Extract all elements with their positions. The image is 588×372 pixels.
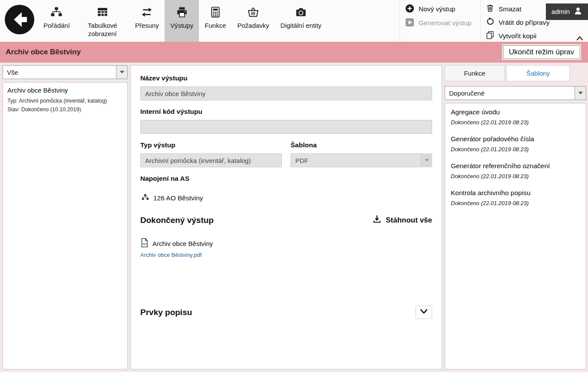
menu-item-funkce[interactable]: Funkce <box>199 0 231 42</box>
finished-output-heading: Dokončený výstup <box>140 216 214 225</box>
menu-item-vystupy[interactable]: Výstupy <box>165 0 199 42</box>
content-area: Vše Archiv obce Běstviny Typ: Archivní p… <box>0 63 588 372</box>
tab-funkce[interactable]: Funkce <box>445 65 505 81</box>
swap-arrows-icon <box>140 6 153 19</box>
templates-filter-select[interactable]: Doporučené <box>445 86 586 100</box>
as-link-text: 126 AO Běstviny <box>153 194 203 202</box>
output-name-label: Název výstupu <box>140 74 432 82</box>
download-all-button[interactable]: Stáhnout vše <box>373 215 432 226</box>
return-to-preparation-button[interactable]: Vrátit do přípravy <box>486 17 540 27</box>
as-link-item[interactable]: 126 AO Běstviny <box>140 194 432 203</box>
calculator-icon <box>210 6 221 19</box>
output-list-item[interactable]: Archiv obce Běstviny Typ: Archivní pomůc… <box>3 83 127 118</box>
sitemap-icon <box>142 194 149 203</box>
internal-code-label: Interní kód výstupu <box>140 108 432 116</box>
chevron-down-icon <box>420 308 428 317</box>
table-icon <box>96 6 109 19</box>
menu-item-label: Přesuny <box>135 22 159 30</box>
camera-icon <box>295 6 307 19</box>
generate-output-button[interactable]: Generovat výstup <box>405 18 475 28</box>
internal-code-input[interactable] <box>140 120 432 134</box>
template-select[interactable] <box>291 153 432 167</box>
output-state-line: Stav: Dokončeno (10.10.2019) <box>7 105 123 114</box>
function-list-item[interactable]: Agregace úvodu Dokončeno (22.01.2019 08:… <box>445 103 586 130</box>
toolbar-menu: Pořádání Tabulkové zobrazení Přesuny Výs… <box>38 0 327 42</box>
toolbar-collapse-button[interactable] <box>576 35 584 41</box>
as-link-label: Napojení na AS <box>140 175 432 183</box>
menu-item-digitalni-entity[interactable]: Digitální entity <box>275 0 327 42</box>
menu-item-pozadavky[interactable]: Požadavky <box>231 0 274 42</box>
main-toolbar: Pořádání Tabulkové zobrazení Přesuny Výs… <box>0 0 588 42</box>
template-select-value[interactable] <box>291 153 432 167</box>
menu-item-tabulkove-zobrazeni[interactable]: Tabulkové zobrazení <box>76 0 129 42</box>
menu-item-label: Tabulkové zobrazení <box>81 22 124 38</box>
finished-file-link[interactable]: Archiv obce Běstviny.pdf <box>140 252 202 258</box>
menu-item-label: Výstupy <box>170 22 193 30</box>
svg-text:PDF: PDF <box>142 243 147 246</box>
template-label: Šablona <box>291 141 432 149</box>
back-arrow-icon <box>4 29 35 37</box>
new-output-button[interactable]: Nový výstup <box>405 4 475 14</box>
action-label: Nový výstup <box>419 5 455 13</box>
function-name: Kontrola archivního popisu <box>451 189 580 197</box>
function-status: Dokončeno (22.01.2019 08:23) <box>451 173 580 179</box>
chevron-down-icon <box>421 153 432 167</box>
trash-icon <box>486 4 494 14</box>
outputs-list: Archiv obce Běstviny Typ: Archivní pomůc… <box>3 82 128 369</box>
function-status: Dokončeno (22.01.2019 08:23) <box>451 200 580 206</box>
outputs-filter-select[interactable]: Vše <box>3 65 128 79</box>
menu-item-label: Požadavky <box>237 22 269 30</box>
printer-icon <box>176 6 188 19</box>
output-name-input[interactable] <box>140 86 432 100</box>
play-icon <box>405 18 414 29</box>
function-status: Dokončeno (22.01.2019 08:23) <box>451 119 580 126</box>
menu-item-presuny[interactable]: Přesuny <box>129 0 165 42</box>
finished-file-block: PDF Archiv obce Běstviny Archiv obce Běs… <box>140 238 432 259</box>
delete-button[interactable]: Smazat <box>486 4 540 14</box>
create-copy-button[interactable]: Vytvořit kopii <box>486 31 540 41</box>
right-panel-tabs: Funkce Šablony <box>445 65 586 81</box>
menu-item-label: Digitální entity <box>281 22 321 30</box>
tab-sablony[interactable]: Šablony <box>506 65 570 81</box>
templates-filter-value: Doporučené <box>449 90 485 97</box>
menu-item-label: Funkce <box>205 22 226 30</box>
action-label: Vrátit do přípravy <box>499 19 549 27</box>
function-name: Generátor pořadového čísla <box>451 135 580 143</box>
outputs-filter-value: Vše <box>7 69 18 76</box>
functions-list: Agregace úvodu Dokončeno (22.01.2019 08:… <box>445 103 586 369</box>
chevron-down-icon <box>116 66 127 79</box>
download-all-label: Stáhnout vše <box>386 216 432 225</box>
function-list-item[interactable]: Generátor referenčního označení Dokončen… <box>445 157 586 184</box>
finished-output-section-header: Dokončený výstup Stáhnout vše <box>140 215 432 226</box>
description-elements-expand-button[interactable] <box>416 306 432 319</box>
output-name: Archiv obce Běstviny <box>7 86 123 94</box>
plus-circle-icon <box>405 4 414 15</box>
user-icon <box>574 7 582 17</box>
functions-templates-panel: Funkce Šablony Doporučené Agregace úvodu… <box>445 65 586 369</box>
menu-item-poradani[interactable]: Pořádání <box>38 0 76 42</box>
user-menu[interactable]: admin <box>546 3 588 20</box>
type-template-row: Typ výstup Šablona <box>140 141 432 175</box>
user-name: admin <box>552 8 570 16</box>
action-label: Smazat <box>499 5 522 13</box>
download-icon <box>373 215 381 226</box>
finished-file-item[interactable]: PDF Archiv obce Běstviny <box>140 238 432 249</box>
function-name: Agregace úvodu <box>451 108 580 116</box>
exit-edit-mode-button[interactable]: Ukončit režim úprav <box>503 45 580 59</box>
function-list-item[interactable]: Generátor pořadového čísla Dokončeno (22… <box>445 130 586 157</box>
output-detail-panel: Název výstupu Interní kód výstupu Typ vý… <box>130 65 442 369</box>
action-label: Vytvořit kopii <box>499 32 536 40</box>
template-field: Šablona <box>291 141 432 167</box>
fund-title: Archiv obce Běstviny <box>6 48 81 56</box>
function-list-item[interactable]: Kontrola archivního popisu Dokončeno (22… <box>445 184 586 211</box>
undo-icon <box>486 17 494 27</box>
output-name-field: Název výstupu <box>140 74 432 100</box>
function-name: Generátor referenčního označení <box>451 162 580 170</box>
fund-header-bar: Archiv obce Běstviny Ukončit režim úprav <box>0 42 588 63</box>
basket-icon <box>247 6 259 19</box>
output-type-field: Typ výstup <box>140 141 282 167</box>
output-type-line: Typ: Archivní pomůcka (inventář, katalog… <box>7 96 123 105</box>
copy-icon <box>486 31 494 41</box>
back-button[interactable] <box>0 0 38 42</box>
output-type-input[interactable] <box>140 153 282 167</box>
